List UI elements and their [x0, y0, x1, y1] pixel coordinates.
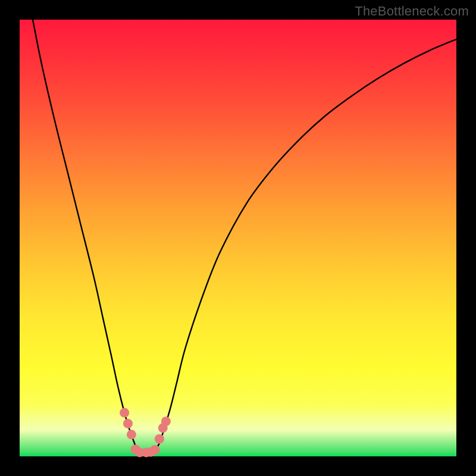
watermark-text: TheBottleneck.com	[355, 4, 469, 19]
curve-marker	[161, 416, 171, 426]
curve-marker	[155, 434, 164, 444]
curve-marker	[123, 419, 133, 428]
curve-marker	[151, 445, 160, 455]
chart-frame: TheBottleneck.com	[0, 0, 476, 476]
chart-svg	[20, 20, 456, 456]
curve-marker	[120, 408, 129, 418]
chart-plot-area	[20, 20, 456, 456]
curve-marker	[127, 430, 136, 439]
curve-markers	[120, 408, 171, 458]
bottleneck-curve	[33, 20, 456, 453]
